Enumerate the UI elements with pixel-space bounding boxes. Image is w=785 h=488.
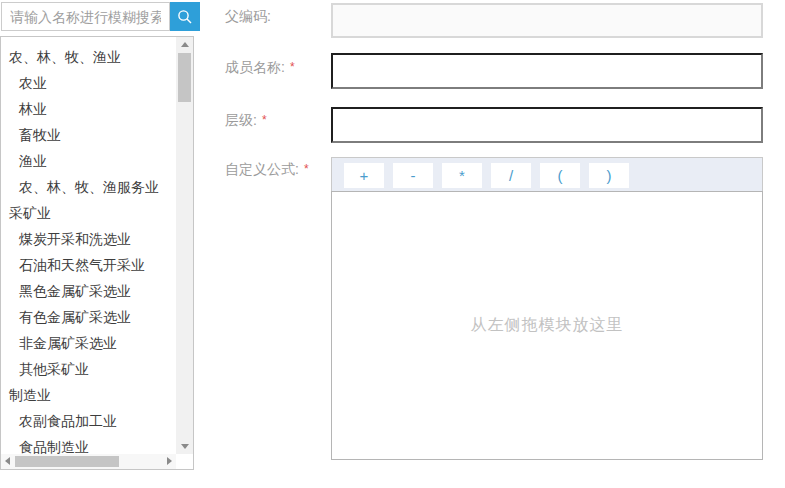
horizontal-scrollbar-thumb[interactable]: [15, 456, 119, 467]
tree-item[interactable]: 采矿业: [1, 200, 176, 226]
tree-item[interactable]: 农业: [1, 70, 176, 96]
vertical-scrollbar[interactable]: [176, 37, 193, 454]
vertical-scrollbar-thumb[interactable]: [178, 53, 191, 102]
member-edit-page: 农、林、牧、渔业 农业 林业 畜牧业 渔业 农、林、牧、渔服务业 采矿业 煤炭开…: [0, 0, 785, 488]
tree-item[interactable]: 林业: [1, 96, 176, 122]
tree-item[interactable]: 农副食品加工业: [1, 408, 176, 434]
search-icon: [177, 9, 193, 25]
tree-item[interactable]: 非金属矿采选业: [1, 330, 176, 356]
tree-item[interactable]: 农、林、牧、渔服务业: [1, 174, 176, 200]
operator-multiply-button[interactable]: *: [442, 163, 482, 188]
scroll-right-icon[interactable]: [167, 457, 172, 465]
parent-code-field[interactable]: [331, 3, 763, 38]
operator-divide-button[interactable]: /: [491, 163, 531, 188]
industry-tree: 农、林、牧、渔业 农业 林业 畜牧业 渔业 农、林、牧、渔服务业 采矿业 煤炭开…: [1, 37, 176, 460]
horizontal-scrollbar[interactable]: [1, 454, 176, 469]
member-name-field[interactable]: [331, 53, 763, 89]
custom-formula-label: 自定义公式:*: [225, 161, 309, 179]
operator-minus-button[interactable]: -: [393, 163, 433, 188]
formula-drop-hint: 从左侧拖模块放这里: [471, 315, 624, 336]
parent-code-label: 父编码:: [225, 8, 271, 26]
tree-item[interactable]: 其他采矿业: [1, 356, 176, 382]
scroll-left-icon[interactable]: [5, 457, 10, 465]
member-name-label: 成员名称:*: [225, 59, 295, 77]
operator-plus-button[interactable]: +: [344, 163, 384, 188]
scroll-down-icon[interactable]: [181, 444, 189, 449]
level-field[interactable]: [331, 107, 763, 143]
tree-item[interactable]: 黑色金属矿采选业: [1, 278, 176, 304]
search-button[interactable]: [170, 2, 200, 31]
required-mark: *: [262, 113, 267, 127]
tree-item[interactable]: 畜牧业: [1, 122, 176, 148]
search-input[interactable]: [1, 2, 170, 31]
industry-tree-panel: 农、林、牧、渔业 农业 林业 畜牧业 渔业 农、林、牧、渔服务业 采矿业 煤炭开…: [0, 36, 194, 470]
formula-drop-area[interactable]: 从左侧拖模块放这里: [331, 191, 763, 460]
operator-close-paren-button[interactable]: ): [589, 163, 629, 188]
tree-item[interactable]: 石油和天然气开采业: [1, 252, 176, 278]
required-mark: *: [304, 162, 309, 176]
tree-item[interactable]: 渔业: [1, 148, 176, 174]
tree-item[interactable]: 农、林、牧、渔业: [1, 44, 176, 70]
formula-operator-toolbar: + - * / ( ): [331, 157, 763, 192]
operator-open-paren-button[interactable]: (: [540, 163, 580, 188]
level-label: 层级:*: [225, 112, 267, 130]
required-mark: *: [290, 60, 295, 74]
tree-item[interactable]: 有色金属矿采选业: [1, 304, 176, 330]
scroll-up-icon[interactable]: [181, 42, 189, 47]
tree-item[interactable]: 制造业: [1, 382, 176, 408]
tree-item[interactable]: 煤炭开采和洗选业: [1, 226, 176, 252]
